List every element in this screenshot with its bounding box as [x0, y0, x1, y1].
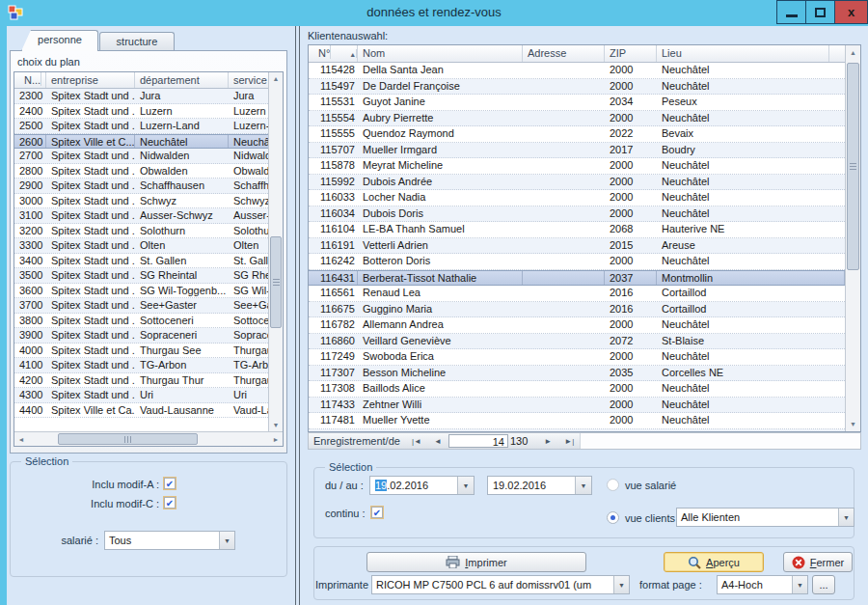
- table-row[interactable]: 3100Spitex Stadt und ...Ausser-SchwyzAus…: [14, 208, 268, 224]
- scrollbar-thumb[interactable]: [270, 236, 282, 328]
- chevron-down-icon[interactable]: ▼: [792, 576, 807, 593]
- clients-filter-combobox[interactable]: Alle Klienten ▼: [676, 508, 854, 527]
- scroll-up-icon[interactable]: ▲: [846, 49, 860, 56]
- table-row[interactable]: 117307Besson Micheline2035Corcelles NE: [309, 366, 845, 382]
- table-row[interactable]: 116034Dubois Doris2000Neuchâtel: [309, 206, 845, 223]
- column-header-departement[interactable]: département: [135, 72, 229, 88]
- scroll-left-icon[interactable]: ◄: [17, 436, 25, 443]
- minimize-button[interactable]: [776, 0, 806, 24]
- table-row[interactable]: 115428Della Santa Jean2000Neuchâtel: [309, 63, 845, 79]
- table-row[interactable]: 116033Locher Nadia2000Neuchâtel: [309, 190, 845, 206]
- scroll-down-icon[interactable]: ▼: [269, 422, 283, 428]
- table-row[interactable]: 116104LE-BA Thanh Samuel2068Hauterive NE: [309, 222, 845, 238]
- clients-grid-vscrollbar[interactable]: ▲ ▼: [845, 45, 860, 431]
- scroll-up-icon[interactable]: ▲: [269, 75, 283, 82]
- table-row[interactable]: 2800Spitex Stadt und ...ObwaldenObwalden: [14, 164, 268, 179]
- date-from-picker[interactable]: 19.02.2016 ▼: [369, 476, 475, 495]
- imprimer-button[interactable]: Imprimer: [366, 552, 586, 572]
- table-row[interactable]: 3400Spitex Stadt und ...St. GallenSt. Ga…: [14, 254, 268, 269]
- column-header-service[interactable]: service: [229, 72, 273, 88]
- plan-grid-vscrollbar[interactable]: ▲ ▼: [268, 72, 283, 431]
- table-row[interactable]: 4300Spitex Stadt und ...UriUri: [14, 388, 268, 403]
- table-row[interactable]: 4100Spitex Stadt und ...TG-ArbonTG-Arbon: [14, 358, 268, 373]
- table-row[interactable]: 2600Spitex Ville et C...NeuchâtelNeuchât…: [14, 134, 268, 150]
- modif-a-checkbox[interactable]: ✔: [163, 477, 176, 490]
- chevron-down-icon[interactable]: ▼: [219, 532, 234, 549]
- modif-c-checkbox[interactable]: ✔: [163, 496, 176, 509]
- table-row[interactable]: 2300Spitex Stadt und ...JuraJura: [14, 89, 268, 104]
- table-row[interactable]: 3300Spitex Stadt und ...OltenOlten: [14, 238, 268, 254]
- first-record-button[interactable]: |◄: [406, 437, 427, 446]
- vue-salarie-radio[interactable]: [607, 479, 619, 491]
- table-row[interactable]: 2700Spitex Stadt und ...NidwaldenNidwald…: [14, 149, 268, 164]
- table-row[interactable]: 116675Guggino Maria2016Cortaillod: [309, 302, 845, 318]
- salarie-combobox[interactable]: Tous ▼: [104, 531, 235, 550]
- more-options-button[interactable]: ...: [812, 575, 835, 594]
- table-row[interactable]: 3600Spitex Stadt und ...SG Wil-Toggenb..…: [14, 284, 268, 299]
- table-row[interactable]: 116242Botteron Doris2000Neuchâtel: [309, 254, 845, 270]
- table-row[interactable]: 4200Spitex Stadt und ...Thurgau ThurThur…: [14, 373, 268, 389]
- table-row[interactable]: 116860Veillard Geneviève2072St-Blaise: [309, 334, 845, 350]
- table-row[interactable]: 117249Swoboda Erica2000Neuchâtel: [309, 349, 845, 366]
- next-record-button[interactable]: ►: [537, 437, 558, 446]
- scroll-down-icon[interactable]: ▼: [846, 421, 860, 427]
- chevron-down-icon[interactable]: ▼: [575, 477, 591, 494]
- table-row[interactable]: 4000Spitex Stadt und ...Thurgau SeeThurg…: [14, 344, 268, 359]
- format-page-combobox[interactable]: A4-Hoch ▼: [717, 575, 808, 594]
- table-row[interactable]: 2500Spitex Stadt und ...Luzern-LandLuzer…: [14, 119, 268, 134]
- current-record-input[interactable]: 14: [448, 434, 508, 448]
- table-row[interactable]: 115992Dubois Andrée2000Neuchâtel: [309, 175, 845, 191]
- table-row[interactable]: 117433Zehtner Willi2000Neuchâtel: [309, 398, 845, 414]
- table-row[interactable]: 3500Spitex Stadt und ...SG RheintalSG Rh…: [14, 268, 268, 284]
- fermer-button[interactable]: Fermer: [783, 552, 853, 572]
- plan-grid-hscrollbar[interactable]: ◄ ►: [14, 431, 283, 446]
- table-row[interactable]: 115497De Dardel Françoise2000Neuchâtel: [309, 79, 845, 96]
- continu-checkbox[interactable]: ✔: [370, 506, 384, 519]
- imprimante-combobox[interactable]: RICOH MP C7500 PCL 6 auf domissrv01 (um …: [371, 575, 630, 594]
- column-header-zip[interactable]: ZIP: [605, 45, 657, 62]
- tab-structure[interactable]: structure: [99, 32, 175, 51]
- table-row[interactable]: 115707Mueller Irmgard2017Boudry: [309, 143, 845, 159]
- table-row[interactable]: 117308Baillods Alice2000Neuchâtel: [309, 381, 845, 398]
- tab-personne[interactable]: personne: [21, 30, 98, 51]
- last-record-button[interactable]: ►|: [558, 437, 580, 446]
- column-header-entreprise[interactable]: entreprise: [46, 72, 135, 88]
- table-row[interactable]: 115531Guyot Janine2034Peseux: [309, 95, 845, 111]
- table-row[interactable]: 115554Aubry Pierrette2000Neuchâtel: [309, 111, 845, 127]
- check-icon: ✔: [164, 478, 176, 490]
- table-row[interactable]: 3800Spitex Stadt und ...SottoceneriSotto…: [14, 314, 268, 329]
- apercu-button[interactable]: Aperçu: [664, 552, 764, 572]
- column-header-nom[interactable]: Nom: [358, 45, 523, 62]
- scroll-right-icon[interactable]: ►: [272, 436, 280, 443]
- table-row[interactable]: 115555Quendoz Raymond2022Bevaix: [309, 126, 845, 143]
- table-row[interactable]: 116191Vetterli Adrien2015Areuse: [309, 238, 845, 255]
- table-row[interactable]: 2900Spitex Stadt und ...SchaffhausenScha…: [14, 179, 268, 194]
- table-row[interactable]: 3000Spitex Stadt und ...SchwyzSchwyz: [14, 194, 268, 209]
- chevron-down-icon[interactable]: ▼: [838, 509, 854, 526]
- column-header-n[interactable]: N...▲: [14, 72, 46, 88]
- scrollbar-thumb[interactable]: [847, 63, 859, 270]
- table-row[interactable]: 116561Renaud Lea2016Cortaillod: [309, 286, 845, 302]
- column-header-no[interactable]: N°▲: [309, 45, 358, 62]
- vue-clients-radio[interactable]: [607, 511, 619, 524]
- table-row[interactable]: 117575Guinchard Charles2000Neuchâtel: [309, 429, 845, 432]
- scrollbar-thumb[interactable]: [58, 433, 198, 445]
- table-row[interactable]: 115878Meyrat Micheline2000Neuchâtel: [309, 158, 845, 175]
- previous-record-button[interactable]: ◄: [427, 437, 448, 446]
- column-header-lieu[interactable]: Lieu: [657, 45, 829, 62]
- table-row[interactable]: 116431Berberat-Tissot Nathalie2037Montmo…: [309, 270, 845, 287]
- chevron-down-icon[interactable]: ▼: [613, 576, 629, 593]
- table-row[interactable]: 3200Spitex Stadt und ...SolothurnSolothu…: [14, 224, 268, 239]
- chevron-down-icon[interactable]: ▼: [457, 477, 474, 494]
- table-row[interactable]: 117481Mueller Yvette2000Neuchâtel: [309, 413, 845, 429]
- maximize-button[interactable]: [805, 0, 835, 24]
- close-button[interactable]: x: [834, 0, 868, 24]
- date-to-picker[interactable]: 19.02.2016 ▼: [487, 476, 592, 495]
- panel-splitter[interactable]: [295, 26, 300, 605]
- table-row[interactable]: 3900Spitex Stadt und ...SopraceneriSopra…: [14, 328, 268, 344]
- table-row[interactable]: 4400Spitex Ville et Ca...Vaud-LausanneVa…: [14, 403, 268, 419]
- table-row[interactable]: 3700Spitex Stadt und ...See+GasterSee+Ga…: [14, 298, 268, 314]
- column-header-adresse[interactable]: Adresse: [523, 45, 605, 62]
- table-row[interactable]: 2400Spitex Stadt und ...LuzernLuzern: [14, 104, 268, 120]
- table-row[interactable]: 116782Allemann Andrea2000Neuchâtel: [309, 317, 845, 334]
